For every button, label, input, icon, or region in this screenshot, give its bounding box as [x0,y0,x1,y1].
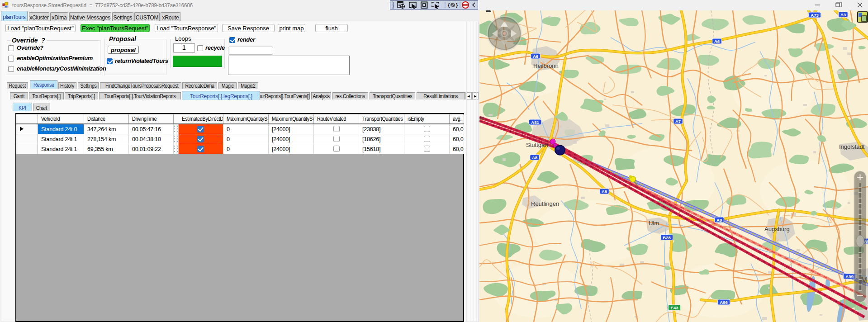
svg-text:A8: A8 [532,155,537,160]
svg-text:A8: A8 [716,218,722,223]
svg-text:A3: A3 [840,12,846,17]
svg-text:Ingolstadt: Ingolstadt [839,143,865,150]
svg-text:A73: A73 [811,13,818,18]
svg-text:Augsburg: Augsburg [764,226,790,232]
svg-text:Heilbronn: Heilbronn [533,62,559,69]
svg-text:A6: A6 [714,39,720,44]
svg-text:Stuttgart: Stuttgart [526,142,549,148]
svg-text:A6: A6 [533,54,538,59]
svg-text:A81: A81 [531,120,539,125]
svg-text:A7: A7 [675,119,681,124]
svg-text:E43: E43 [671,305,678,310]
svg-text:m: m [479,114,484,121]
svg-text:A8: A8 [602,189,607,194]
svg-text:A96: A96 [720,300,727,305]
svg-text:Reutlingen: Reutlingen [531,200,559,207]
svg-text:A99: A99 [845,274,853,279]
svg-text:B28: B28 [663,235,670,240]
svg-text:Ulm: Ulm [649,220,659,227]
